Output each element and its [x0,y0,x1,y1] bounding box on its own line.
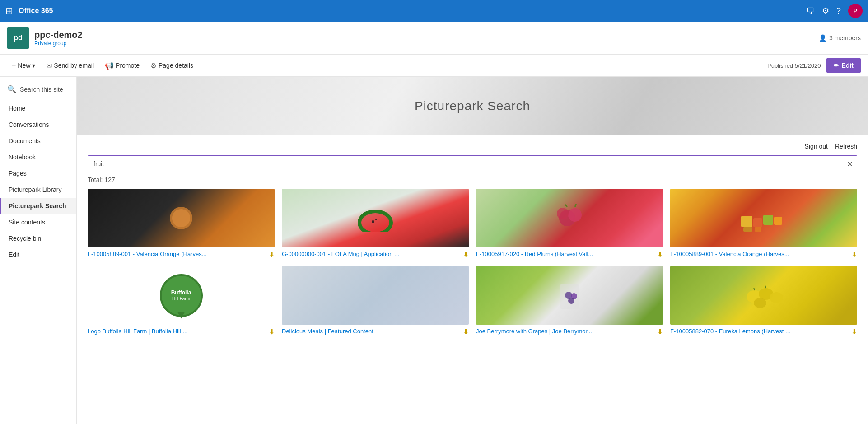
sidebar-item-notebook-label: Notebook [9,154,36,161]
svg-rect-12 [753,218,762,227]
image-card-3[interactable]: F-10005917-020 - Red Plums (Harvest Vall… [476,189,663,259]
toolbar: + New ▾ ✉ Send by email 📢 Promote ⚙ Page… [0,55,868,77]
search-input[interactable] [88,155,857,172]
image-card-2[interactable]: G-00000000-001 - FOFA Mug | Application … [282,189,469,259]
promote-button[interactable]: 📢 Promote [100,59,144,73]
sidebar-item-edit[interactable]: Edit [0,247,76,263]
members-count: 3 members [829,34,861,42]
top-bar-right: 🗨 ⚙ ? P [807,4,863,18]
sidebar-item-recycle-bin[interactable]: Recycle bin [0,230,76,247]
site-logo: pd [7,27,29,49]
sidebar-item-pages[interactable]: Pages [0,165,76,182]
image-card-4[interactable]: F-10005889-001 - Valencia Orange (Harves… [670,189,857,259]
settings-icon[interactable]: ⚙ [822,6,829,16]
download-icon-2[interactable]: ⬇ [463,250,469,259]
search-icon: 🔍 [7,85,16,93]
new-button[interactable]: + New ▾ [7,59,40,72]
waffle-icon[interactable]: ⊞ [5,5,13,16]
promote-icon: 📢 [105,61,114,70]
email-icon: ✉ [46,61,52,70]
help-icon[interactable]: ? [836,6,841,16]
gear-icon: ⚙ [150,61,157,70]
download-icon-7[interactable]: ⬇ [657,327,663,336]
sidebar-item-conversations[interactable]: Conversations [0,116,76,133]
sidebar-item-conversations-label: Conversations [9,121,49,128]
feedback-icon[interactable]: 🗨 [807,6,815,16]
download-icon-8[interactable]: ⬇ [851,327,857,336]
refresh-link[interactable]: Refresh [835,143,857,150]
sidebar-item-picturepark-search[interactable]: Picturepark Search [0,198,76,214]
image-card-7[interactable]: Joe Berrymore with Grapes | Joe Berrymor… [476,266,663,336]
image-label-7: Joe Berrymore with Grapes | Joe Berrymor… [476,327,663,336]
svg-rect-14 [774,217,782,225]
sidebar-item-notebook[interactable]: Notebook [0,149,76,165]
svg-rect-15 [743,227,752,232]
sidebar-item-documents[interactable]: Documents [0,133,76,149]
svg-point-8 [557,208,569,219]
svg-point-5 [375,219,377,220]
image-label-4: F-10005889-001 - Valencia Orange (Harves… [670,250,857,259]
image-thumb-4 [670,189,857,247]
image-thumb-8 [670,266,857,325]
send-email-button[interactable]: ✉ Send by email [42,59,98,73]
toolbar-left: + New ▾ ✉ Send by email 📢 Promote ⚙ Page… [7,59,198,73]
svg-point-1 [172,209,190,227]
image-card-5[interactable]: Buffolla Hill Farm Logo Buffolla Hill Fa… [88,266,275,336]
promote-label: Promote [116,62,140,69]
download-icon-3[interactable]: ⬇ [657,250,663,259]
search-clear-icon[interactable]: ✕ [847,160,853,168]
download-icon-4[interactable]: ⬇ [851,250,857,259]
svg-point-23 [770,292,783,303]
image-label-5: Logo Buffolla Hill Farm | Buffolla Hill … [88,327,275,336]
app-title: Office 365 [19,7,53,15]
search-site[interactable]: 🔍 Search this site [0,80,76,98]
download-icon-6[interactable]: ⬇ [463,327,469,336]
edit-label: Edit [842,62,854,69]
sidebar-item-picturepark-library-label: Picturepark Library [9,186,62,193]
image-thumb-6 [282,266,469,325]
user-avatar[interactable]: P [848,4,863,18]
image-card-8[interactable]: F-10005882-070 - Eureka Lemons (Harvest … [670,266,857,336]
site-header-left: pd ppc-demo2 Private group [7,27,83,49]
image-card-1[interactable]: F-10005889-001 - Valencia Orange (Harves… [88,189,275,259]
svg-point-24 [754,298,766,308]
action-row: Sign out Refresh [88,143,857,150]
new-chevron-icon: ▾ [32,62,35,69]
members-info: 👤 3 members [819,34,861,42]
sidebar-item-home[interactable]: Home [0,100,76,116]
image-grid: F-10005889-001 - Valencia Orange (Harves… [88,189,857,336]
main-layout: 🔍 Search this site Home Conversations Do… [0,77,868,424]
search-box-wrapper: ✕ [88,155,857,172]
plus-icon: + [12,61,16,70]
new-label: New [18,62,30,69]
site-type: Private group [34,40,83,47]
image-label-8: F-10005882-070 - Eureka Lemons (Harvest … [670,327,857,336]
svg-rect-13 [763,215,773,225]
svg-point-4 [372,220,374,223]
download-icon-5[interactable]: ⬇ [269,327,275,336]
download-icon-1[interactable]: ⬇ [269,250,275,259]
image-label-1: F-10005889-001 - Valencia Orange (Harves… [88,250,275,259]
sidebar-item-site-contents-label: Site contents [9,219,45,226]
sidebar-item-home-label: Home [9,105,25,112]
sign-out-link[interactable]: Sign out [805,143,828,150]
sidebar-item-pages-label: Pages [9,170,27,177]
members-icon: 👤 [819,34,826,42]
image-card-6[interactable]: Delicious Meals | Featured Content ⬇ [282,266,469,336]
sidebar-item-recycle-bin-label: Recycle bin [9,235,41,242]
sidebar-item-edit-label: Edit [9,251,19,258]
main-content: Picturepark Search Sign out Refresh ✕ To… [77,77,868,424]
sidebar-item-picturepark-search-label: Picturepark Search [9,202,66,210]
image-label-3: F-10005917-020 - Red Plums (Harvest Vall… [476,250,663,259]
edit-button[interactable]: ✏ Edit [826,58,861,73]
image-thumb-7 [476,266,663,325]
total-label: Total: 127 [88,176,857,183]
sidebar-item-documents-label: Documents [9,137,41,144]
hero-banner: Picturepark Search [77,77,868,135]
sidebar-item-site-contents[interactable]: Site contents [0,214,76,230]
sidebar-item-picturepark-library[interactable]: Picturepark Library [0,182,76,198]
search-site-label: Search this site [20,86,63,93]
svg-point-7 [568,208,582,222]
page-details-button[interactable]: ⚙ Page details [146,59,198,73]
send-email-label: Send by email [54,62,94,69]
